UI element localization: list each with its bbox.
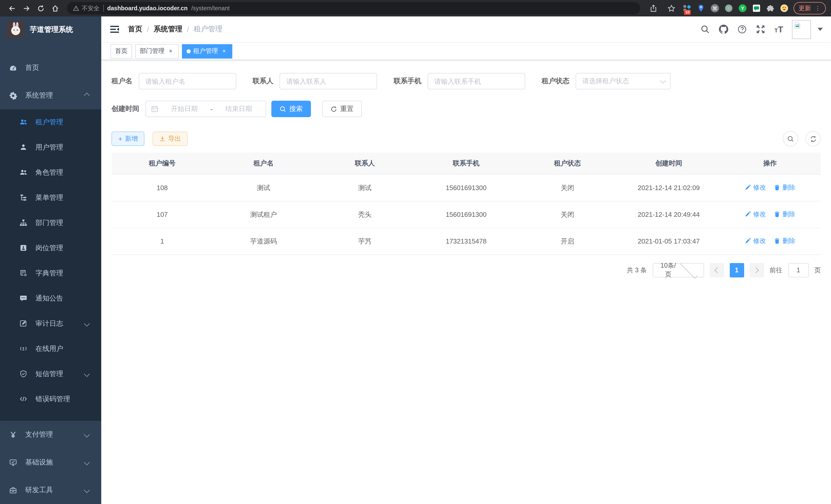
contact-name-input[interactable] <box>280 73 377 89</box>
date-start-placeholder[interactable]: 开始日期 <box>163 104 206 114</box>
delete-icon <box>774 238 780 244</box>
help-icon[interactable] <box>738 24 747 34</box>
cell-status: 开启 <box>517 228 618 255</box>
delete-link-label: 删除 <box>782 183 795 192</box>
extension-blocks-icon[interactable]: 10 <box>683 4 692 13</box>
sidebar-item-notice-announcement[interactable]: 通知公告 <box>0 286 101 311</box>
goto-page-input[interactable] <box>788 263 809 277</box>
sidebar-item-post-management[interactable]: 岗位管理 <box>0 235 101 261</box>
edit-link[interactable]: 修改 <box>745 237 766 245</box>
sidebar-item-infrastructure[interactable]: 基础设施 <box>0 448 101 476</box>
logo-rabbit-image <box>7 21 24 38</box>
chevron-down-icon <box>660 78 666 84</box>
cell-id: 107 <box>112 201 213 228</box>
contact-name-field: 联系人 <box>253 73 377 89</box>
submenu-spacer <box>0 412 101 421</box>
add-button-label: 新增 <box>125 135 138 143</box>
column-header: 租户名 <box>213 153 314 174</box>
edit-link[interactable]: 修改 <box>745 183 766 192</box>
breadcrumb-home[interactable]: 首页 <box>128 25 142 34</box>
date-range-picker[interactable]: 开始日期 - 结束日期 <box>145 101 266 117</box>
download-icon <box>159 136 166 142</box>
avatar[interactable] <box>792 20 811 39</box>
page-number-button[interactable]: 1 <box>729 263 744 277</box>
main-area: 首页 / 系统管理 / 租户管理 TT <box>101 17 831 504</box>
reset-button[interactable]: 重置 <box>322 101 362 117</box>
refresh-table-icon[interactable] <box>805 131 821 146</box>
sidebar: 芋道管理系统 首页系统管理租户管理用户管理角色管理菜单管理部门管理岗位管理字典管… <box>0 17 101 504</box>
sidebar-item-dept-management[interactable]: 部门管理 <box>0 210 101 235</box>
header-search-icon[interactable] <box>700 24 710 34</box>
table-row: 108测试测试15601691300关闭2021-12-14 21:02:09修… <box>112 174 821 201</box>
content: 租户名联系人联系手机租户状态请选择租户状态 创建时间 开始日期 - 结束日期 <box>101 60 831 504</box>
browser-forward-button[interactable] <box>20 2 33 15</box>
browser-menu-icon[interactable]: ⋮ <box>814 5 821 12</box>
cell-created: 2021-12-14 20:49:44 <box>618 201 719 228</box>
sidebar-item-system-management[interactable]: 系统管理 <box>0 82 101 110</box>
sidebar-item-role-management[interactable]: 角色管理 <box>0 160 101 185</box>
sidebar-item-dict-management[interactable]: 字典管理 <box>0 261 101 286</box>
delete-link[interactable]: 删除 <box>774 183 795 192</box>
export-button[interactable]: 导出 <box>153 131 188 146</box>
browser-reload-button[interactable] <box>34 2 47 15</box>
extension-record-icon[interactable] <box>724 4 733 13</box>
sidebar-item-label: 通知公告 <box>35 294 63 303</box>
chrome-update-button[interactable]: 更新 ⋮ <box>794 2 826 14</box>
extension-y-icon[interactable]: Y <box>738 4 747 13</box>
message-icon <box>20 294 27 302</box>
next-page-button[interactable] <box>749 263 764 277</box>
bookmark-star-icon[interactable] <box>664 2 678 15</box>
tenant-status-field: 租户状态请选择租户状态 <box>542 73 671 89</box>
sidebar-item-label: 短信管理 <box>35 369 63 378</box>
sidebar-item-dev-tools[interactable]: 研发工具 <box>0 476 101 504</box>
edit-icon <box>745 211 751 217</box>
sidebar-collapse-icon[interactable] <box>110 24 120 34</box>
close-icon[interactable]: × <box>221 48 228 55</box>
cell-contact: 芋艿 <box>314 228 416 255</box>
delete-link[interactable]: 删除 <box>774 210 795 219</box>
sidebar-item-pay-management[interactable]: 支付管理 <box>0 421 101 448</box>
sidebar-logo[interactable]: 芋道管理系统 <box>0 17 101 42</box>
date-end-placeholder[interactable]: 结束日期 <box>217 104 261 114</box>
extension-puzzle-icon[interactable] <box>766 4 775 13</box>
sidebar-item-home[interactable]: 首页 <box>0 54 101 82</box>
browser-back-button[interactable] <box>5 2 19 15</box>
fullscreen-icon[interactable] <box>756 24 766 34</box>
hide-search-icon[interactable] <box>783 131 798 146</box>
edit-link[interactable]: 修改 <box>745 210 766 219</box>
sidebar-item-online-users[interactable]: 在线用户 <box>0 336 101 361</box>
page-size-select[interactable]: 10条/页 <box>652 263 704 277</box>
github-icon[interactable] <box>719 24 729 34</box>
search-button[interactable]: 搜索 <box>271 101 311 117</box>
sidebar-item-error-code-management[interactable]: 错误码管理 <box>0 386 101 412</box>
tenant-name-input[interactable] <box>139 73 236 89</box>
tab-dept-management[interactable]: 部门管理× <box>135 44 179 58</box>
share-icon[interactable] <box>647 2 660 15</box>
extension-chat-icon[interactable] <box>752 4 761 13</box>
add-button[interactable]: + 新增 <box>112 131 144 146</box>
contact-mobile-field: 联系手机 <box>394 73 525 89</box>
address-bar[interactable]: 不安全 dashboard.yudao.iocoder.cn/system/te… <box>67 2 640 14</box>
sidebar-item-tenant-management[interactable]: 租户管理 <box>0 110 101 135</box>
contact-mobile-input[interactable] <box>428 73 525 89</box>
sidebar-item-user-management[interactable]: 用户管理 <box>0 135 101 160</box>
sidebar-item-audit-log[interactable]: 审计日志 <box>0 311 101 336</box>
extension-emoji-icon[interactable] <box>780 4 789 13</box>
avatar-dropdown-icon[interactable] <box>818 28 823 31</box>
extension-pin-icon[interactable] <box>696 4 706 13</box>
sidebar-item-menu-management[interactable]: 菜单管理 <box>0 185 101 210</box>
sidebar-item-sms-management[interactable]: 短信管理 <box>0 361 101 386</box>
column-header: 租户编号 <box>112 153 213 174</box>
close-icon[interactable]: × <box>167 48 174 55</box>
tab-home[interactable]: 首页 <box>111 44 132 58</box>
browser-home-button[interactable] <box>48 2 62 15</box>
extension-command-icon[interactable]: ⌘ <box>710 4 719 13</box>
prev-page-button[interactable] <box>710 263 724 277</box>
users-icon <box>20 118 27 126</box>
delete-link[interactable]: 删除 <box>774 237 795 245</box>
security-warning[interactable]: 不安全 <box>73 4 99 12</box>
breadcrumb-system[interactable]: 系统管理 <box>154 25 182 34</box>
tab-tenant-management[interactable]: 租户管理× <box>182 44 232 58</box>
font-size-icon[interactable]: TT <box>774 25 783 34</box>
tenant-status-select[interactable]: 请选择租户状态 <box>576 73 671 89</box>
